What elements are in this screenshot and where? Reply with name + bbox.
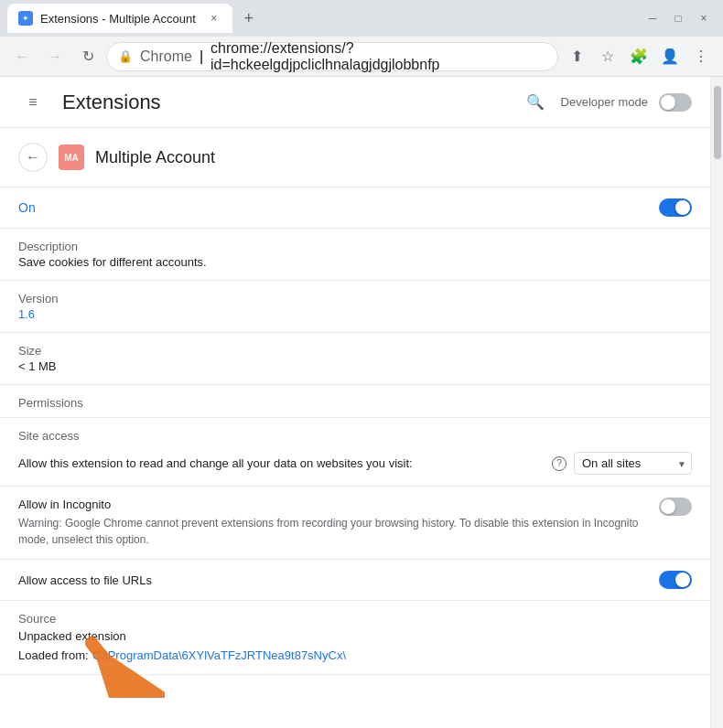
extension-detail: ← MA Multiple Account On Description Sav…	[0, 128, 710, 728]
description-label: Description	[18, 240, 692, 253]
hamburger-menu[interactable]: ≡	[18, 88, 48, 117]
source-section: Source Unpacked extension Loaded from: C…	[0, 601, 710, 675]
file-access-label: Allow access to file URLs	[18, 573, 152, 587]
back-button[interactable]: ←	[18, 143, 48, 172]
header-right: 🔍 Developer mode	[521, 88, 692, 117]
address-bar[interactable]: 🔒 Chrome | chrome://extensions/?id=hckee…	[106, 42, 558, 71]
tab-title: Extensions - Multiple Account	[40, 12, 196, 26]
chevron-right-icon: ›	[687, 724, 692, 728]
version-label: Version	[18, 292, 692, 305]
share-icon[interactable]: ⬆	[562, 42, 591, 71]
chrome-label: Chrome	[140, 48, 192, 65]
size-value: < 1 MB	[18, 359, 692, 373]
file-access-toggle[interactable]	[659, 571, 692, 589]
scrollbar[interactable]	[710, 77, 723, 728]
window-controls: ─ □ ×	[641, 6, 716, 30]
incognito-text: Allow in Incognito Warning: Google Chrom…	[18, 498, 644, 548]
refresh-button[interactable]: ↻	[73, 42, 103, 71]
nav-bar: ← → ↻ 🔒 Chrome | chrome://extensions/?id…	[0, 37, 723, 77]
permissions-label: Permissions	[18, 396, 83, 410]
lock-icon: 🔒	[118, 49, 133, 63]
menu-icon[interactable]: ⋮	[686, 42, 716, 71]
file-access-row: Allow access to file URLs	[0, 560, 710, 601]
on-toggle-row: On	[0, 187, 710, 229]
incognito-section: Allow in Incognito Warning: Google Chrom…	[0, 487, 710, 560]
extension-enable-toggle[interactable]	[659, 198, 692, 217]
nav-actions: ⬆ ☆ 🧩 👤 ⋮	[562, 42, 716, 71]
tab-favicon	[18, 11, 33, 26]
help-icon[interactable]: ?	[552, 456, 567, 471]
minimize-button[interactable]: ─	[641, 6, 664, 30]
incognito-desc: Warning: Google Chrome cannot prevent ex…	[18, 515, 644, 548]
restore-button[interactable]: □	[666, 6, 690, 30]
dev-mode-toggle[interactable]	[659, 93, 692, 112]
on-label: On	[18, 200, 36, 215]
site-access-select[interactable]: On all sites On specific sites On click	[574, 452, 692, 475]
search-button[interactable]: 🔍	[521, 88, 550, 117]
page-header: ≡ Extensions 🔍 Developer mode	[0, 77, 710, 128]
incognito-toggle[interactable]	[659, 498, 692, 516]
incognito-row: Allow in Incognito Warning: Google Chrom…	[18, 498, 692, 548]
site-access-section: Site access Allow this extension to read…	[0, 418, 710, 487]
site-access-row: Allow this extension to read and change …	[18, 452, 692, 475]
permissions-section: Permissions	[0, 385, 710, 418]
dev-mode-label: Developer mode	[561, 95, 648, 109]
site-access-select-wrapper[interactable]: On all sites On specific sites On click	[574, 452, 692, 475]
new-tab-button[interactable]: +	[236, 5, 262, 31]
version-section: Version 1.6	[0, 281, 710, 333]
close-button[interactable]: ×	[692, 6, 716, 30]
extensions-icon[interactable]: 🧩	[624, 42, 653, 71]
browser-frame: Extensions - Multiple Account × + ─ □ × …	[0, 0, 723, 728]
source-label: Source	[18, 612, 692, 626]
profile-icon[interactable]: 👤	[655, 42, 685, 71]
arrow-svg	[73, 634, 165, 698]
description-section: Description Save cookies for different a…	[0, 229, 710, 281]
back-button[interactable]: ←	[7, 42, 37, 71]
extension-name: Multiple Account	[95, 148, 215, 167]
extension-header-row: ← MA Multiple Account	[0, 128, 710, 187]
active-tab[interactable]: Extensions - Multiple Account ×	[7, 4, 232, 33]
version-value: 1.6	[18, 307, 692, 321]
incognito-title: Allow in Incognito	[18, 498, 644, 511]
site-access-title: Site access	[18, 429, 692, 443]
forward-button[interactable]: →	[40, 42, 70, 71]
extension-logo: MA	[59, 145, 84, 170]
page-content: ≡ Extensions 🔍 Developer mode ← MA Multi…	[0, 77, 723, 728]
address-url: chrome://extensions/?id=hckeelgdjpcliclh…	[210, 40, 546, 73]
description-value: Save cookies for different accounts.	[18, 255, 692, 269]
bookmark-icon[interactable]: ☆	[593, 42, 622, 71]
content-wrapper: ≡ Extensions 🔍 Developer mode ← MA Multi…	[0, 77, 710, 728]
arrow-annotation	[73, 634, 165, 701]
remove-extension-row[interactable]: Remove extension ›	[0, 712, 710, 728]
tab-close-button[interactable]: ×	[207, 11, 221, 26]
address-separator: |	[200, 48, 203, 65]
size-label: Size	[18, 344, 692, 358]
page-title: Extensions	[62, 91, 161, 114]
site-access-text: Allow this extension to read and change …	[18, 456, 545, 470]
size-section: Size < 1 MB	[0, 333, 710, 385]
title-bar: Extensions - Multiple Account × + ─ □ ×	[0, 0, 723, 37]
